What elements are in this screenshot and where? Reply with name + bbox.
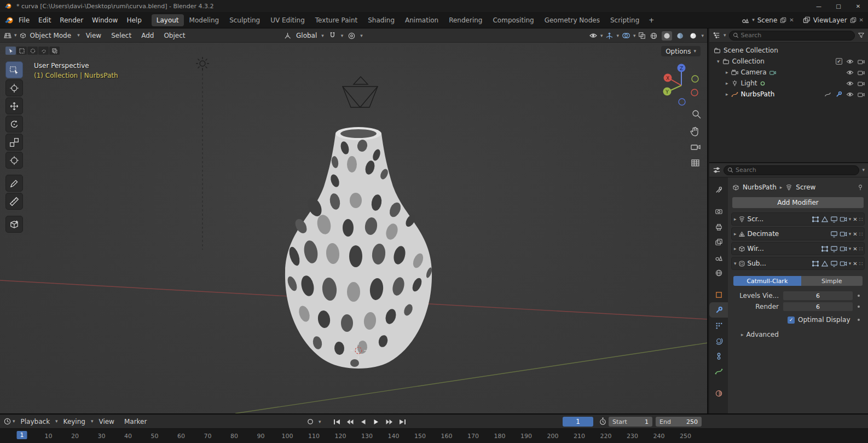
tab-view-layer[interactable] bbox=[709, 234, 728, 250]
ruler-tick[interactable]: 230 bbox=[627, 433, 638, 440]
tab-animation[interactable]: Animation bbox=[400, 14, 443, 26]
camera-object[interactable] bbox=[343, 77, 378, 107]
next-keyframe-button[interactable] bbox=[385, 417, 395, 427]
options-button[interactable]: Options ▾ bbox=[661, 46, 701, 56]
menu-add[interactable]: Add bbox=[137, 28, 158, 42]
camera-view-icon[interactable] bbox=[691, 145, 700, 149]
tab-object[interactable] bbox=[709, 287, 728, 302]
modifier-row-screw[interactable]: ▸ Scr... ▾ ✕ ∷ bbox=[731, 212, 865, 226]
tab-modeling[interactable]: Modeling bbox=[184, 14, 224, 26]
render-display-toggle-icon[interactable] bbox=[840, 216, 847, 223]
tab-scene[interactable] bbox=[709, 250, 728, 265]
tab-layout[interactable]: Layout bbox=[152, 14, 184, 26]
jump-to-end-button[interactable] bbox=[398, 417, 408, 427]
close-button[interactable]: ✕ bbox=[848, 0, 868, 12]
ruler-tick[interactable]: 120 bbox=[335, 433, 346, 440]
nav-gizmo[interactable]: Z X Y bbox=[663, 64, 699, 106]
outliner-row-camera[interactable]: ▸ Camera bbox=[709, 67, 868, 78]
menu-window[interactable]: Window bbox=[88, 12, 122, 28]
ruler-tick[interactable]: 130 bbox=[361, 433, 373, 440]
catmull-clark-button[interactable]: Catmull-Clark bbox=[733, 276, 801, 286]
ruler-tick[interactable]: 50 bbox=[151, 433, 159, 440]
chevron-down-icon[interactable]: ▾ bbox=[633, 33, 636, 38]
ruler-tick[interactable]: 160 bbox=[441, 433, 453, 440]
ruler-tick[interactable]: 250 bbox=[680, 433, 691, 440]
ruler-tick[interactable]: 10 bbox=[45, 433, 53, 440]
pan-hand-icon[interactable] bbox=[691, 128, 698, 136]
edit-mode-toggle-icon[interactable] bbox=[812, 216, 819, 223]
menu-object[interactable]: Object bbox=[160, 28, 189, 42]
ruler-tick[interactable]: 80 bbox=[230, 433, 238, 440]
drag-handle-icon[interactable]: ∷ bbox=[859, 246, 862, 252]
stopwatch-icon[interactable] bbox=[599, 417, 607, 425]
delete-modifier-icon[interactable]: ✕ bbox=[853, 231, 857, 237]
outliner-row-collection[interactable]: ▾ Collection ✓ bbox=[709, 56, 868, 67]
properties-search-input[interactable] bbox=[736, 166, 855, 174]
maximize-button[interactable]: □ bbox=[829, 0, 848, 12]
new-scene-icon[interactable] bbox=[780, 17, 786, 24]
jump-to-start-button[interactable] bbox=[332, 417, 342, 427]
render-display-toggle-icon[interactable] bbox=[840, 231, 847, 238]
chevron-right-icon[interactable]: ▸ bbox=[726, 92, 728, 97]
realtime-display-toggle-icon[interactable] bbox=[830, 260, 838, 267]
ruler-tick[interactable]: 200 bbox=[547, 433, 559, 440]
chevron-down-icon[interactable]: ▾ bbox=[319, 419, 321, 424]
ruler-tick[interactable]: 40 bbox=[124, 433, 132, 440]
select-intersect-button[interactable] bbox=[49, 47, 60, 55]
tab-output[interactable] bbox=[709, 219, 728, 234]
tab-texture-paint[interactable]: Texture Paint bbox=[310, 14, 362, 26]
chevron-down-icon[interactable]: ▾ bbox=[600, 33, 603, 38]
chevron-down-icon[interactable]: ▾ bbox=[849, 217, 852, 222]
drag-handle-icon[interactable]: ∷ bbox=[859, 216, 862, 222]
modifier-row-wireframe[interactable]: ▸ Wir... ▾ ✕ ∷ bbox=[731, 242, 865, 255]
chevron-down-icon[interactable]: ▾ bbox=[862, 168, 865, 172]
chevron-right-icon[interactable]: ▸ bbox=[726, 81, 728, 86]
realtime-display-toggle-icon[interactable] bbox=[830, 245, 838, 252]
drag-handle-icon[interactable]: ∷ bbox=[859, 261, 862, 267]
ruler-tick[interactable]: 210 bbox=[574, 433, 585, 440]
proportional-editing-icon[interactable] bbox=[348, 32, 356, 40]
ruler-tick[interactable]: 240 bbox=[653, 433, 665, 440]
ruler-tick[interactable]: 180 bbox=[494, 433, 506, 440]
render-display-toggle-icon[interactable] bbox=[840, 260, 847, 267]
chevron-down-icon[interactable]: ▾ bbox=[701, 33, 704, 38]
gizmos-toggle-icon[interactable] bbox=[605, 32, 614, 40]
chevron-right-icon[interactable]: ▸ bbox=[734, 246, 737, 251]
xray-toggle-icon[interactable] bbox=[638, 32, 646, 39]
menu-edit[interactable]: Edit bbox=[34, 12, 55, 28]
tab-sculpting[interactable]: Sculpting bbox=[224, 14, 265, 26]
start-frame-field[interactable]: Start 1 bbox=[609, 417, 652, 427]
modifier-row-subdivision[interactable]: ▾ Sub... ▾ ✕ ∷ bbox=[731, 257, 865, 270]
chevron-down-icon[interactable]: ▾ bbox=[849, 232, 852, 237]
tool-annotate[interactable] bbox=[5, 175, 23, 192]
chevron-down-icon[interactable]: ▾ bbox=[849, 261, 852, 266]
tool-move[interactable] bbox=[5, 97, 23, 114]
end-frame-field[interactable]: End 250 bbox=[656, 417, 702, 427]
chevron-down-icon[interactable]: ▾ bbox=[717, 59, 720, 64]
collection-checkbox[interactable]: ✓ bbox=[836, 58, 842, 65]
edit-mode-toggle-icon[interactable] bbox=[812, 260, 819, 267]
chevron-right-icon[interactable]: ▸ bbox=[734, 217, 737, 222]
gizmo-z-neg[interactable] bbox=[679, 99, 685, 105]
filter-icon[interactable] bbox=[858, 32, 865, 39]
shading-solid-button[interactable] bbox=[662, 31, 672, 41]
outliner-row-scene-collection[interactable]: Scene Collection bbox=[709, 45, 868, 56]
modifier-row-decimate[interactable]: ▸ Decimate ▾ ✕ ∷ bbox=[731, 227, 865, 240]
overlays-toggle-icon[interactable] bbox=[622, 32, 630, 39]
ruler-tick[interactable]: 30 bbox=[98, 433, 106, 440]
chevron-down-icon[interactable]: ▾ bbox=[360, 33, 363, 38]
select-box-button[interactable] bbox=[16, 47, 27, 55]
animate-dot[interactable] bbox=[858, 306, 860, 308]
edit-mode-toggle-icon[interactable] bbox=[821, 245, 829, 252]
tool-transform[interactable] bbox=[5, 152, 23, 169]
chevron-down-icon[interactable]: ▾ bbox=[734, 261, 737, 266]
drag-handle-icon[interactable]: ∷ bbox=[859, 231, 862, 237]
properties-editor-icon[interactable] bbox=[713, 166, 721, 174]
tab-physics[interactable] bbox=[709, 333, 728, 348]
hide-eye-icon[interactable] bbox=[846, 59, 854, 65]
chevron-down-icon[interactable]: ▾ bbox=[321, 33, 324, 38]
levels-viewport-field[interactable]: 6 bbox=[783, 291, 853, 300]
ruler-tick[interactable]: 190 bbox=[520, 433, 532, 440]
render-display-toggle-icon[interactable] bbox=[840, 245, 847, 252]
mode-dropdown[interactable]: Object Mode bbox=[29, 28, 76, 42]
